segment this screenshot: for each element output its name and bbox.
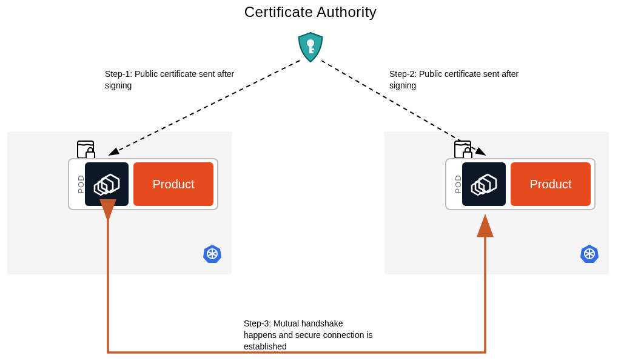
svg-point-17 — [211, 253, 214, 256]
svg-marker-8 — [95, 182, 107, 195]
step2-label: Step-2: Public certificate sent after si… — [389, 68, 523, 91]
sidecar-proxy-icon — [85, 162, 129, 206]
svg-marker-22 — [472, 182, 484, 195]
cluster-right: POD Product — [384, 131, 609, 274]
kubernetes-icon — [203, 244, 222, 266]
svg-point-31 — [588, 253, 591, 256]
svg-rect-3 — [310, 51, 314, 53]
ca-shield-icon — [297, 31, 324, 67]
diagram-title: Certificate Authority — [244, 4, 377, 21]
kubernetes-icon — [580, 244, 599, 266]
pod-right: POD Product — [445, 158, 596, 210]
pod-label: POD — [76, 174, 86, 193]
product-box: Product — [511, 162, 591, 206]
step3-label: Step-3: Mutual handshake happens and sec… — [244, 318, 377, 352]
sidecar-proxy-icon — [462, 162, 506, 206]
svg-rect-2 — [310, 48, 314, 50]
pod-label: POD — [454, 174, 463, 193]
pod-left: POD Product — [68, 158, 218, 210]
cluster-left: POD Product — [7, 131, 232, 274]
product-box: Product — [133, 162, 213, 206]
step1-label: Step-1: Public certificate sent after si… — [105, 68, 238, 91]
